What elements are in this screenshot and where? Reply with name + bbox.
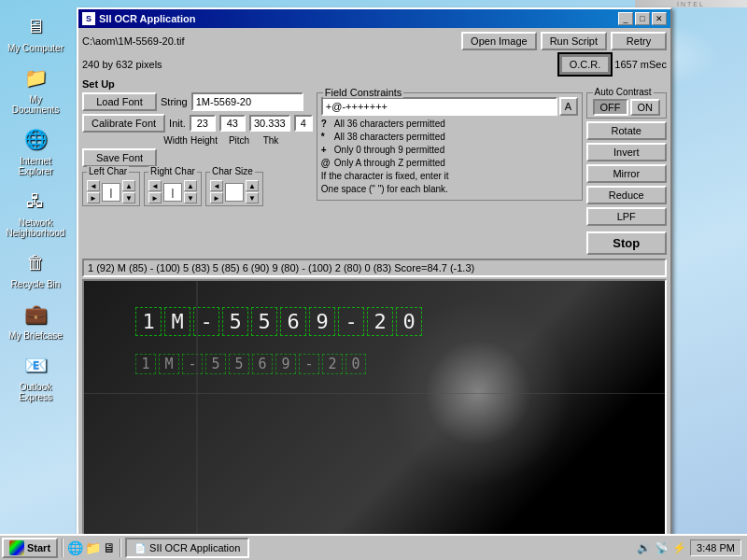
init-v3[interactable]	[249, 115, 290, 132]
windows-icon	[9, 540, 24, 555]
image-area: 1 M - 5 5 6 9 - 2 0 1 M - 5 5	[82, 279, 667, 540]
recycle-bin-icon: 🗑	[21, 247, 50, 277]
recycle-bin-label: Recycle Bin	[11, 279, 61, 289]
open-image-button[interactable]: Open Image	[461, 32, 537, 50]
maximize-button[interactable]: □	[635, 12, 650, 25]
taskbar-system-icons: 🔊 📡 ⚡ 3:48 PM	[637, 539, 745, 556]
taskbar-network-icon: 📡	[655, 541, 669, 554]
run-script-button[interactable]: Run Script	[541, 32, 607, 50]
char-box-b-8: -	[299, 354, 319, 374]
close-button[interactable]: ✕	[652, 12, 667, 25]
char-size-left-btn[interactable]: ◄	[210, 180, 223, 191]
minimize-button[interactable]: _	[618, 12, 633, 25]
load-font-button[interactable]: Load Font	[82, 92, 157, 111]
network-neighborhood-label: Network Neighborhood	[7, 217, 65, 238]
intel-text: INTEL	[677, 1, 705, 7]
outlook-express-label: Outlook Express	[7, 382, 63, 402]
taskbar-ie-icon[interactable]: 🌐	[67, 540, 83, 555]
ocr-button[interactable]: O.C.R.	[559, 54, 612, 75]
init-v1[interactable]	[190, 115, 216, 132]
sidebar-item-internet-explorer[interactable]: 🌐 Internet Explorer	[4, 120, 67, 180]
auto-contrast-off-button[interactable]: OFF	[593, 99, 628, 116]
invert-button[interactable]: Invert	[586, 143, 668, 161]
char-size-label: Char Size	[210, 166, 255, 176]
left-char-label: Left Char	[87, 166, 129, 176]
taskbar-app-icon: 📄	[134, 543, 146, 553]
right-char-up-btn[interactable]: ▲	[184, 180, 197, 191]
left-char-group: Left Char ◄ ► | ▲ ▼	[82, 172, 140, 206]
sidebar-item-my-documents[interactable]: 📁 My Documents	[4, 59, 67, 119]
setup-area: Load Font String Calibrate Font Init.	[82, 92, 667, 255]
char-box-b-3: -	[182, 354, 203, 374]
start-button[interactable]: Start	[2, 538, 58, 558]
constraint-line-4: @ Only A through Z permitted	[321, 157, 578, 170]
char-box-6: 6	[280, 307, 306, 336]
init-v4[interactable]	[294, 115, 313, 132]
left-char-left-btn[interactable]: ◄	[87, 180, 100, 191]
calibrate-row: Calibrate Font Init.	[82, 114, 313, 133]
taskbar-desktop-icon[interactable]: 🖥	[103, 540, 116, 555]
ocr-chars-top: 1 M - 5 5 6 9 - 2 0	[135, 307, 422, 336]
sidebar-item-my-computer[interactable]: 🖥 My Computer	[4, 7, 67, 57]
taskbar: Start 🌐 📁 🖥 📄 SII OCR Application 🔊 📡 ⚡ …	[0, 534, 747, 560]
font-row: Load Font String	[82, 92, 313, 111]
retry-button[interactable]: Retry	[611, 32, 667, 50]
char-size-right-btn[interactable]: ►	[210, 192, 223, 203]
stop-button[interactable]: Stop	[586, 231, 668, 255]
app-icon: S	[82, 12, 95, 25]
my-briefcase-label: My Briefcase	[8, 330, 63, 341]
taskbar-folder-icon[interactable]: 📁	[85, 540, 101, 555]
save-font-button[interactable]: Save Font	[82, 148, 157, 167]
app-window: S SII OCR Application _ □ ✕ C:\aom\1M-55…	[77, 7, 672, 560]
constraint-line-2: * All 38 characters permitted	[321, 131, 578, 144]
my-briefcase-icon: 💼	[21, 299, 50, 329]
string-input[interactable]	[191, 92, 303, 111]
char-size-up-btn[interactable]: ▲	[246, 180, 259, 191]
left-char-up-btn[interactable]: ▲	[122, 180, 135, 191]
right-char-left-btn[interactable]: ◄	[148, 180, 162, 191]
sidebar-item-recycle-bin[interactable]: 🗑 Recycle Bin	[4, 244, 67, 293]
lpf-button[interactable]: LPF	[586, 207, 668, 226]
right-char-display: |	[163, 183, 182, 202]
title-bar-buttons: _ □ ✕	[618, 12, 667, 25]
char-box-2: M	[164, 307, 190, 336]
left-char-display: |	[102, 183, 120, 202]
auto-contrast-group: Auto Contrast OFF ON	[586, 92, 668, 119]
constraints-input[interactable]	[321, 97, 557, 116]
char-size-display	[225, 183, 244, 202]
internet-explorer-label: Internet Explorer	[7, 156, 63, 176]
rotate-button[interactable]: Rotate	[586, 121, 668, 140]
taskbar-app-label: SII OCR Application	[149, 542, 240, 553]
window-title: SII OCR Application	[99, 13, 196, 24]
sidebar: 🖥 My Computer 📁 My Documents 🌐 Internet …	[0, 0, 70, 532]
col-header-thk: Thk	[261, 135, 280, 146]
taskbar-divider	[62, 539, 63, 557]
auto-contrast-on-button[interactable]: ON	[630, 99, 661, 116]
sidebar-item-my-briefcase[interactable]: 💼 My Briefcase	[4, 295, 67, 344]
col-header-width: Width	[162, 135, 189, 146]
char-size-down-btn[interactable]: ▼	[246, 192, 259, 203]
app-content: C:\aom\1M-5569-20.tif Open Image Run Scr…	[78, 28, 670, 560]
start-label: Start	[27, 542, 50, 553]
image-vline	[196, 281, 198, 539]
reduce-button[interactable]: Reduce	[586, 186, 668, 204]
right-char-down-btn[interactable]: ▼	[184, 192, 197, 203]
sidebar-item-outlook-express[interactable]: 📧 Outlook Express	[4, 346, 67, 406]
file-path: C:\aom\1M-5569-20.tif	[82, 35, 458, 47]
sidebar-item-network-neighborhood[interactable]: 🖧 Network Neighborhood	[4, 182, 67, 242]
taskbar-app-item[interactable]: 📄 SII OCR Application	[125, 538, 249, 558]
calibrate-font-button[interactable]: Calibrate Font	[82, 114, 165, 133]
char-box-5: 5	[251, 307, 277, 336]
init-v2[interactable]	[219, 115, 246, 132]
save-font-row: Save Font	[82, 148, 313, 167]
mirror-button[interactable]: Mirror	[586, 164, 668, 183]
left-char-right-btn[interactable]: ►	[87, 192, 100, 203]
left-char-down-btn[interactable]: ▼	[122, 192, 135, 203]
my-computer-icon: 🖥	[21, 11, 50, 41]
col-header-height: Height	[190, 135, 217, 146]
right-char-right-btn[interactable]: ►	[148, 192, 162, 203]
my-documents-label: My Documents	[7, 94, 63, 115]
right-panel: Auto Contrast OFF ON Rotate Invert Mirro…	[586, 92, 668, 255]
ocr-chars-bottom: 1 M - 5 5 6 9 - 2 0	[135, 354, 366, 374]
a-button[interactable]: A	[559, 97, 578, 116]
